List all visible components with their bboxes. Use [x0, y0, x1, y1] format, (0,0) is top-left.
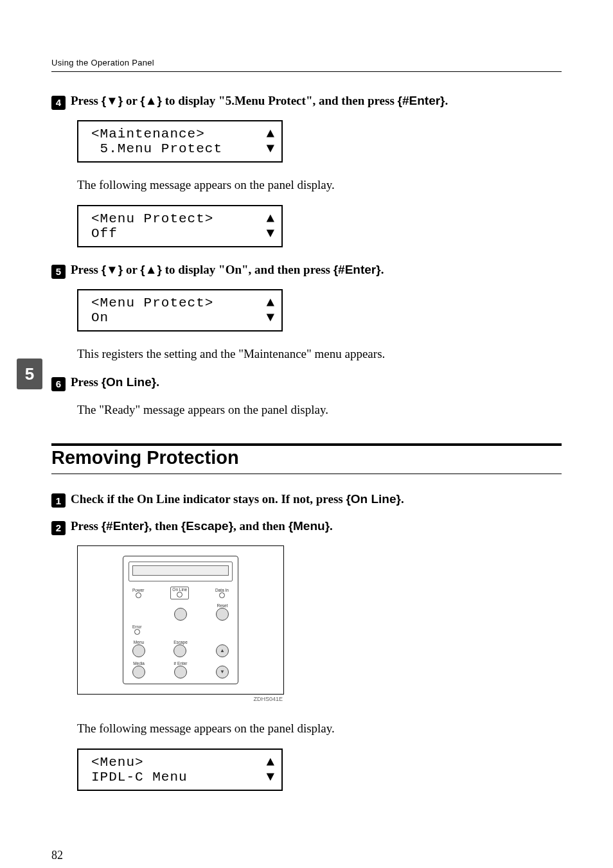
t: Press — [71, 519, 102, 533]
online-led-icon — [177, 592, 182, 598]
figure-code: ZDHS041E — [253, 696, 283, 702]
step-number-4: 4 — [51, 96, 66, 110]
escape-button — [173, 644, 186, 657]
menu-label: Menu — [134, 640, 144, 644]
enter-key: {#Enter} — [398, 94, 445, 107]
up-icon: ▲ — [265, 755, 275, 770]
menu-key: {Menu} — [289, 519, 330, 533]
up-key: {▲} — [140, 94, 162, 107]
page-number: 82 — [51, 849, 562, 862]
escape-label: Escape — [173, 640, 188, 644]
step-number-1: 1 — [51, 493, 66, 508]
t: . — [330, 519, 333, 533]
menu-button — [132, 644, 145, 657]
ready-msg: The "Ready" message appears on the panel… — [77, 402, 562, 419]
down-key: {▼} — [102, 263, 123, 276]
t: , and then — [233, 519, 289, 533]
step-6-text: Press {On Line}. — [71, 374, 159, 391]
online-key: {On Line} — [102, 375, 157, 389]
lcd-line2: Off — [91, 226, 118, 241]
up-icon: ▲ — [265, 127, 275, 141]
lcd-line2: On — [91, 310, 109, 325]
step-4-text: Press {▼} or {▲} to display "5.Menu Prot… — [71, 93, 448, 110]
step-6: 6 Press {On Line}. — [51, 374, 562, 391]
media-button — [132, 666, 145, 678]
t: Check if the On Line indicator stays on.… — [71, 492, 346, 506]
power-led-icon — [136, 592, 141, 598]
t: to display "5.Menu Protect", and then pr… — [162, 94, 398, 107]
section-heading: Removing Protection — [51, 443, 562, 474]
t: . — [445, 94, 449, 107]
datain-led-icon — [219, 592, 225, 598]
lcd-line1: <Menu Protect> — [91, 211, 213, 226]
power-led-label: Power — [132, 588, 144, 592]
online-led-label: On Line — [172, 587, 187, 592]
enter-button — [174, 666, 187, 678]
up-icon: ▲ — [265, 211, 275, 226]
lcd-line1: <Menu> — [91, 755, 144, 770]
enter-key: {#Enter} — [333, 263, 381, 276]
lcd-line2: 5.Menu Protect — [91, 141, 222, 156]
step-1: 1 Check if the On Line indicator stays o… — [51, 491, 562, 508]
online-button — [174, 608, 187, 621]
t: to display "On", and then press — [162, 263, 333, 276]
control-panel-figure: Power On Line Data In Reset Error Menu E… — [77, 545, 283, 702]
up-button: ▲ — [216, 644, 229, 657]
enter-key: {#Enter} — [102, 519, 149, 533]
reset-label: Reset — [217, 603, 228, 608]
escape-key: {Escape} — [181, 519, 233, 533]
step-4: 4 Press {▼} or {▲} to display "5.Menu Pr… — [51, 93, 562, 110]
t: , then — [149, 519, 181, 533]
up-icon: ▲ — [265, 296, 275, 310]
t: Press — [71, 375, 102, 389]
running-header: Using the Operation Panel — [51, 58, 562, 72]
step-5-text: Press {▼} or {▲} to display "On", and th… — [71, 261, 384, 279]
t: Press — [71, 94, 102, 107]
chapter-tab: 5 — [17, 359, 42, 389]
datain-led-label: Data In — [215, 588, 229, 592]
down-button: ▼ — [216, 666, 229, 678]
up-key: {▲} — [140, 263, 162, 276]
enter-label: # Enter — [174, 661, 188, 666]
down-icon: ▼ — [265, 226, 275, 241]
down-icon: ▼ — [265, 141, 275, 156]
online-key: {On Line} — [346, 492, 401, 506]
lcd-menu-protect-on: <Menu Protect>▲ On▼ — [77, 289, 562, 332]
panel-screen — [129, 562, 233, 581]
registers-text: This registers the setting and the "Main… — [77, 346, 562, 363]
reset-button — [216, 608, 229, 621]
lcd-line2: IPDL-C Menu — [91, 770, 188, 784]
lcd-line1: <Menu Protect> — [91, 296, 213, 310]
step-2-text: Press {#Enter}, then {Escape}, and then … — [71, 518, 333, 535]
t: or — [123, 263, 140, 276]
t: Press — [71, 263, 102, 276]
error-led-label: Error — [132, 624, 141, 629]
step-number-5: 5 — [51, 265, 66, 279]
lcd-menu-protect-off: <Menu Protect>▲ Off▼ — [77, 205, 562, 247]
step-5: 5 Press {▼} or {▲} to display "On", and … — [51, 261, 562, 279]
step-number-6: 6 — [51, 377, 66, 391]
t: . — [401, 492, 404, 506]
following-msg-1: The following message appears on the pan… — [77, 177, 562, 194]
step-2: 2 Press {#Enter}, then {Escape}, and the… — [51, 518, 562, 535]
down-key: {▼} — [102, 94, 123, 107]
following-msg-2: The following message appears on the pan… — [77, 720, 562, 738]
lcd-line1: <Maintenance> — [91, 127, 205, 141]
t: . — [381, 263, 384, 276]
down-icon: ▼ — [265, 770, 275, 784]
error-led-icon — [134, 629, 140, 635]
media-label: Media — [133, 661, 145, 666]
t: or — [123, 94, 140, 107]
down-icon: ▼ — [265, 310, 275, 325]
lcd-menu: <Menu>▲ IPDL-C Menu▼ — [77, 748, 562, 791]
step-number-2: 2 — [51, 521, 66, 535]
step-1-text: Check if the On Line indicator stays on.… — [71, 491, 404, 508]
lcd-maintenance: <Maintenance>▲ 5.Menu Protect▼ — [77, 120, 562, 163]
t: . — [156, 375, 159, 389]
